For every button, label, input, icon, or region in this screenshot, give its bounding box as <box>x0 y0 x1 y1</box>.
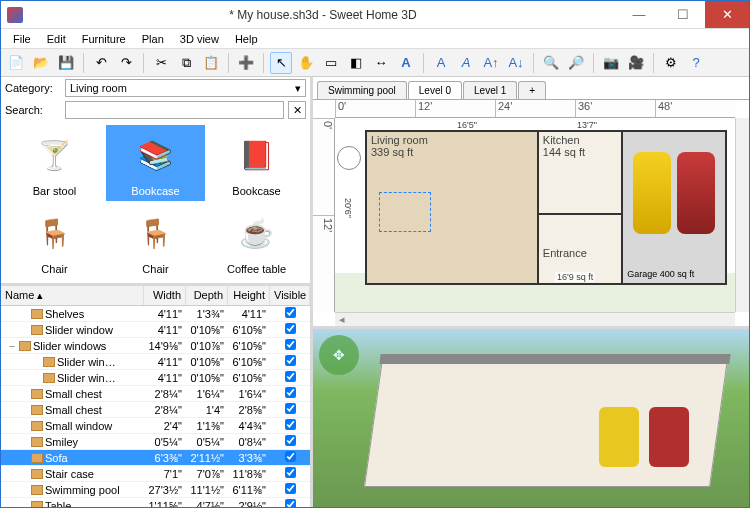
table-row[interactable]: Slider win…4'11"0'10⅝"6'10⅝" <box>1 354 310 370</box>
visible-checkbox[interactable] <box>285 483 296 494</box>
car-yellow[interactable] <box>633 152 671 234</box>
menu-file[interactable]: File <box>5 31 39 47</box>
visible-checkbox[interactable] <box>285 307 296 318</box>
furniture-item-2[interactable]: 📕Bookcase <box>207 125 306 201</box>
preferences-icon[interactable]: ⚙ <box>660 52 682 74</box>
dimension-tool-icon[interactable]: ↔ <box>370 52 392 74</box>
wall-tool-icon[interactable]: ▭ <box>320 52 342 74</box>
car-red[interactable] <box>677 152 715 234</box>
car3d-yellow[interactable] <box>599 407 639 467</box>
titlebar: * My house.sh3d - Sweet Home 3D — ☐ ✕ <box>1 1 749 29</box>
nav-3d-icon[interactable]: ✥ <box>319 335 359 375</box>
add-level-button[interactable]: + <box>518 81 546 99</box>
row-width: 2'8¼" <box>144 388 186 400</box>
maximize-button[interactable]: ☐ <box>661 1 705 28</box>
table-row[interactable]: Sofa6'3⅜"2'11½"3'3⅜" <box>1 450 310 466</box>
table-row[interactable]: Stair case7'1"7'0⅞"11'8⅜" <box>1 466 310 482</box>
zoom-out-icon[interactable]: 🔎 <box>565 52 587 74</box>
menu-3dview[interactable]: 3D view <box>172 31 227 47</box>
ruler-vertical: 0'12' <box>313 118 335 312</box>
scrollbar-horizontal[interactable]: ◂ <box>335 312 735 326</box>
video-icon[interactable]: 🎥 <box>625 52 647 74</box>
level-tab-1[interactable]: Level 0 <box>408 81 462 99</box>
close-button[interactable]: ✕ <box>705 1 749 28</box>
visible-checkbox[interactable] <box>285 323 296 334</box>
search-clear-icon[interactable]: ✕ <box>288 101 306 119</box>
undo-icon[interactable]: ↶ <box>90 52 112 74</box>
open-icon[interactable]: 📂 <box>30 52 52 74</box>
level-tab-2[interactable]: Level 1 <box>463 81 517 99</box>
help-icon[interactable]: ? <box>685 52 707 74</box>
col-depth[interactable]: Depth <box>186 286 228 305</box>
visible-checkbox[interactable] <box>285 339 296 350</box>
cut-icon[interactable]: ✂ <box>150 52 172 74</box>
copy-icon[interactable]: ⧉ <box>175 52 197 74</box>
view-3d[interactable]: ✥ <box>313 329 749 507</box>
col-width[interactable]: Width <box>144 286 186 305</box>
room-garage[interactable]: Garage 400 sq ft <box>621 132 725 283</box>
furniture-label: Chair <box>142 263 168 275</box>
category-select[interactable]: Living room ▾ <box>65 79 306 97</box>
table-row[interactable]: Shelves4'11"1'3¾"4'11" <box>1 306 310 322</box>
minimize-button[interactable]: — <box>617 1 661 28</box>
col-visible[interactable]: Visible <box>270 286 310 305</box>
pan-tool-icon[interactable]: ✋ <box>295 52 317 74</box>
paste-icon[interactable]: 📋 <box>200 52 222 74</box>
text-italic-icon[interactable]: A <box>455 52 477 74</box>
scrollbar-vertical[interactable] <box>735 118 749 312</box>
furniture-item-4[interactable]: 🪑Chair <box>106 203 205 279</box>
furniture-item-0[interactable]: 🍸Bar stool <box>5 125 104 201</box>
compass-icon[interactable] <box>337 146 361 170</box>
select-tool-icon[interactable]: ↖ <box>270 52 292 74</box>
photo-icon[interactable]: 📷 <box>600 52 622 74</box>
add-furniture-icon[interactable]: ➕ <box>235 52 257 74</box>
col-height[interactable]: Height <box>228 286 270 305</box>
zoom-in-icon[interactable]: 🔍 <box>540 52 562 74</box>
room-kitchen[interactable]: Kitchen 144 sq ft <box>539 132 621 215</box>
room-living[interactable]: Living room 339 sq ft <box>367 132 539 283</box>
table-row[interactable]: Table1'11⅝"4'7⅛"2'9½" <box>1 498 310 507</box>
room-tool-icon[interactable]: ◧ <box>345 52 367 74</box>
text-tool-icon[interactable]: A <box>395 52 417 74</box>
visible-checkbox[interactable] <box>285 355 296 366</box>
furniture-table[interactable]: Name ▴ Width Depth Height Visible Shelve… <box>1 286 310 507</box>
text-decrease-icon[interactable]: A↓ <box>505 52 527 74</box>
redo-icon[interactable]: ↷ <box>115 52 137 74</box>
menu-edit[interactable]: Edit <box>39 31 74 47</box>
new-icon[interactable]: 📄 <box>5 52 27 74</box>
menu-help[interactable]: Help <box>227 31 266 47</box>
visible-checkbox[interactable] <box>285 403 296 414</box>
visible-checkbox[interactable] <box>285 467 296 478</box>
tree-toggle-icon[interactable]: − <box>7 340 17 352</box>
plan-view[interactable]: 0'12'24'36'48' 0'12' 16'5" 13'7" Living … <box>313 99 749 326</box>
table-row[interactable]: Smiley0'5¼"0'5¼"0'8¼" <box>1 434 310 450</box>
table-row[interactable]: Swimming pool27'3½"11'1½"6'11⅜" <box>1 482 310 498</box>
table-row[interactable]: Slider win…4'11"0'10⅝"6'10⅝" <box>1 370 310 386</box>
table-row[interactable]: Small chest2'8¼"1'6¼"1'6¼" <box>1 386 310 402</box>
visible-checkbox[interactable] <box>285 387 296 398</box>
menu-furniture[interactable]: Furniture <box>74 31 134 47</box>
text-increase-icon[interactable]: A↑ <box>480 52 502 74</box>
search-input[interactable] <box>65 101 284 119</box>
visible-checkbox[interactable] <box>285 419 296 430</box>
level-tab-0[interactable]: Swimming pool <box>317 81 407 99</box>
save-icon[interactable]: 💾 <box>55 52 77 74</box>
table-row[interactable]: Small chest2'8¼"1'4"2'8⅝" <box>1 402 310 418</box>
visible-checkbox[interactable] <box>285 451 296 462</box>
furniture-item-5[interactable]: ☕Coffee table <box>207 203 306 279</box>
visible-checkbox[interactable] <box>285 499 296 507</box>
furniture-item-1[interactable]: 📚Bookcase <box>106 125 205 201</box>
visible-checkbox[interactable] <box>285 435 296 446</box>
selection-sofa[interactable] <box>379 192 431 232</box>
furniture-item-3[interactable]: 🪑Chair <box>5 203 104 279</box>
table-row[interactable]: Small window2'4"1'1⅜"4'4¾" <box>1 418 310 434</box>
table-row[interactable]: −Slider windows14'9⅛"0'10⅞"6'10⅝" <box>1 338 310 354</box>
col-name[interactable]: Name ▴ <box>1 286 144 305</box>
car3d-red[interactable] <box>649 407 689 467</box>
menu-plan[interactable]: Plan <box>134 31 172 47</box>
text-bold-icon[interactable]: A <box>430 52 452 74</box>
table-row[interactable]: Slider window4'11"0'10⅝"6'10⅝" <box>1 322 310 338</box>
visible-checkbox[interactable] <box>285 371 296 382</box>
menubar: File Edit Furniture Plan 3D view Help <box>1 29 749 49</box>
floorplan[interactable]: 16'5" 13'7" Living room 339 sq ft Kitche… <box>335 118 735 312</box>
